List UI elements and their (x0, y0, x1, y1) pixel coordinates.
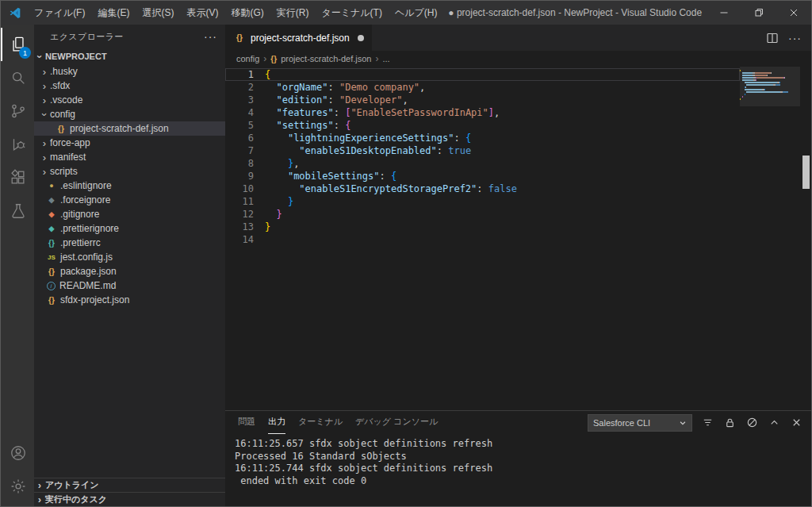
code-line-6[interactable]: 6 "lightningExperienceSettings": { (225, 132, 740, 144)
line-content: "lightningExperienceSettings": { (265, 132, 471, 144)
tree-item-.eslintignore[interactable]: ●.eslintignore (34, 179, 225, 193)
menu-selection[interactable]: 選択(S) (136, 1, 180, 25)
chevron-right-icon: › (39, 80, 50, 92)
editor-actions: ··· (766, 25, 811, 51)
breadcrumb-item[interactable]: project-scratch-def.json (281, 54, 371, 63)
tree-item-.forceignore[interactable]: ◆.forceignore (34, 193, 225, 207)
account-button[interactable] (1, 436, 34, 470)
code-line-2[interactable]: 2 "orgName": "Demo company", (225, 81, 740, 94)
search-icon (10, 69, 27, 86)
window-title: ● project-scratch-def.json - NewProject … (443, 7, 707, 18)
code-line-11[interactable]: 11 } (225, 195, 740, 208)
code-line-8[interactable]: 8 }, (225, 157, 740, 170)
tree-item-README.md[interactable]: iREADME.md (34, 278, 225, 293)
tree-item-.prettierrc[interactable]: {}.prettierrc (34, 236, 225, 250)
tree-item-project-scratch-def.json[interactable]: {}project-scratch-def.json (34, 121, 225, 136)
chevron-right-icon: › (263, 53, 266, 64)
line-number: 8 (225, 157, 254, 170)
output-content[interactable]: 16:11:25.657 sfdx sobject definitions re… (225, 434, 811, 506)
code-line-4[interactable]: 4 "features": ["EnableSetPasswordInApi"]… (225, 106, 740, 119)
code-line-13[interactable]: 13} (225, 221, 740, 233)
tree-item-force-app[interactable]: ›force-app (34, 136, 225, 150)
panel-tab-terminal[interactable]: ターミナル (298, 411, 343, 434)
tree-item-scripts[interactable]: ›scripts (34, 164, 225, 179)
menu-run[interactable]: 実行(R) (270, 1, 316, 25)
close-panel-icon[interactable] (789, 416, 803, 430)
tab-label: project-scratch-def.json (251, 33, 350, 44)
breadcrumb-item[interactable]: ... (382, 54, 389, 63)
code-editor[interactable]: 1{2 "orgName": "Demo company",3 "edition… (225, 67, 811, 410)
line-content: } (265, 221, 270, 233)
line-number: 6 (225, 132, 254, 144)
tab-project-scratch-def[interactable]: {} project-scratch-def.json (225, 25, 372, 51)
tree-item-.vscode[interactable]: ›.vscode (34, 93, 225, 107)
tree-item-label: package.json (60, 266, 117, 277)
section-outline[interactable]: ›アウトライン (34, 478, 225, 492)
line-number: 10 (225, 182, 254, 195)
activity-explorer[interactable]: 1 (1, 28, 34, 61)
panel-tabs: 問題出力ターミナルデバッグ コンソール (238, 411, 450, 434)
breadcrumb-item[interactable]: config (236, 54, 259, 63)
section-running-tasks[interactable]: ›実行中のタスク (34, 492, 225, 506)
editor-more-actions-icon[interactable]: ··· (788, 34, 802, 42)
minimap[interactable] (740, 67, 800, 410)
code-line-7[interactable]: 7 "enableS1DesktopEnabled": true (225, 144, 740, 157)
menu-view[interactable]: 表示(V) (180, 1, 224, 25)
activity-extensions[interactable] (1, 161, 34, 194)
tree-item-.prettierignore[interactable]: ◆.prettierignore (34, 221, 225, 236)
activity-bar-bottom (1, 436, 34, 506)
tree-item-jest.config.js[interactable]: JSjest.config.js (34, 250, 225, 264)
tree-item-label: .husky (50, 66, 78, 77)
line-content: "enableS1EncryptedStoragePref2": false (265, 182, 517, 195)
line-number: 9 (225, 170, 254, 182)
code-line-14[interactable]: 14 (225, 233, 740, 246)
output-channel-select[interactable]: Salesforce CLI (588, 414, 692, 432)
menu-terminal[interactable]: ターミナル(T) (315, 1, 388, 25)
activity-testing[interactable] (1, 194, 34, 228)
tree-item-package.json[interactable]: {}package.json (34, 264, 225, 278)
code-line-12[interactable]: 12 } (225, 208, 740, 221)
menu-file[interactable]: ファイル(F) (28, 1, 91, 25)
close-window-button[interactable] (776, 1, 811, 25)
info-icon: i (47, 282, 56, 290)
extensions-icon (10, 169, 27, 186)
menu-go[interactable]: 移動(G) (224, 1, 270, 25)
maximize-panel-icon[interactable] (767, 416, 781, 430)
restore-button[interactable] (741, 1, 776, 25)
code-lines: 1{2 "orgName": "Demo company",3 "edition… (225, 67, 740, 410)
code-line-10[interactable]: 10 "enableS1EncryptedStoragePref2": fals… (225, 182, 740, 195)
unsaved-changes-icon[interactable] (358, 35, 364, 41)
tree-item-.gitignore[interactable]: ◆.gitignore (34, 207, 225, 221)
tree-item-.sfdx[interactable]: ›.sfdx (34, 79, 225, 93)
tree-item-.husky[interactable]: ›.husky (34, 64, 225, 79)
panel-tab-output[interactable]: 出力 (268, 411, 285, 434)
panel-tab-debug-console[interactable]: デバッグ コンソール (355, 411, 438, 434)
code-line-9[interactable]: 9 "mobileSettings": { (225, 170, 740, 182)
tree-item-config[interactable]: ›config (34, 107, 225, 121)
activity-source-control[interactable] (1, 94, 34, 128)
activity-search[interactable] (1, 61, 34, 94)
panel-actions: Salesforce CLI (588, 414, 803, 432)
code-line-5[interactable]: 5 "settings": { (225, 119, 740, 132)
panel-tab-problems[interactable]: 問題 (238, 411, 255, 434)
split-editor-icon[interactable] (766, 32, 779, 44)
diamond-icon: ◆ (45, 196, 58, 204)
activity-run-debug[interactable] (1, 128, 34, 161)
scroll-lock-icon[interactable] (722, 416, 737, 430)
settings-button[interactable] (1, 470, 34, 503)
output-filter-icon[interactable] (700, 416, 714, 430)
tree-item-label: project-scratch-def.json (70, 123, 169, 134)
menu-edit[interactable]: 編集(E) (91, 1, 136, 25)
tree-item-manifest[interactable]: ›manifest (34, 150, 225, 164)
menu-help[interactable]: ヘルプ(H) (389, 1, 444, 25)
code-line-3[interactable]: 3 "edition": "Developer", (225, 94, 740, 106)
clear-output-icon[interactable] (745, 416, 759, 430)
tree-item-sfdx-project.json[interactable]: {}sfdx-project.json (34, 293, 225, 307)
minimize-button[interactable] (707, 1, 741, 25)
chevron-right-icon: › (39, 166, 50, 178)
explorer-more-actions-icon[interactable]: ··· (204, 33, 217, 40)
project-section-header[interactable]: › NEWPROJECT (34, 48, 225, 64)
tree-item-label: jest.config.js (60, 252, 113, 263)
code-line-1[interactable]: 1{ (225, 68, 740, 81)
scrollbar-thumb[interactable] (802, 156, 810, 189)
